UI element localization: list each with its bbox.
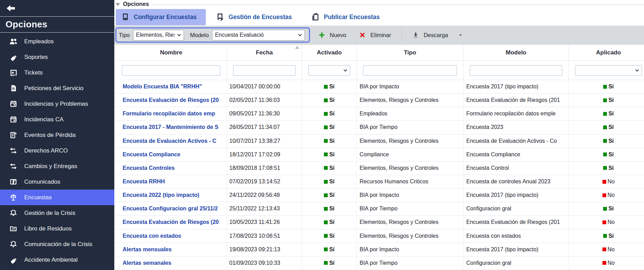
survey-link[interactable]: Encuesta de Evaluación Activos - C (123, 138, 217, 144)
filter-input-fecha[interactable] (233, 65, 295, 76)
table-row[interactable]: Encuesta 2017 - Mantenimiento de S26/05/… (116, 121, 644, 134)
column-header-nombre[interactable]: Nombre (116, 45, 227, 60)
column-header-aplicado[interactable]: Aplicado (569, 45, 644, 60)
table-row[interactable]: Modelo Encuesta BIA "RRHH"10/04/2017 00:… (116, 80, 644, 94)
cell-tipo: Empleados (357, 107, 464, 120)
table-row[interactable]: Alertas mensuales19/08/2023 09:21:13SíBI… (116, 243, 644, 256)
cell-modelo: Encuesta Control (464, 162, 569, 175)
table-row[interactable]: Alertas semanales01/09/2023 09:10:33SíBI… (116, 256, 644, 270)
filter-input-tipo[interactable] (363, 65, 457, 76)
survey-link[interactable]: Encuesta Controles (123, 165, 175, 171)
sidebar-item-eventos-de-p-rdida[interactable]: Eventos de Pérdida (0, 127, 114, 143)
green-square-icon (324, 153, 328, 156)
red-square-icon (602, 220, 606, 224)
filter-input-nombre[interactable] (122, 65, 220, 76)
sidebar-item-label: Peticiones del Servicio (24, 85, 83, 92)
table-row[interactable]: Encuesta de Evaluación Activos - C10/07/… (116, 134, 644, 148)
survey-link[interactable]: Encuesta 2017 - Mantenimiento de S (123, 124, 219, 130)
column-header-fecha[interactable]: Fecha (227, 45, 302, 60)
filter-cell-modelo (464, 61, 569, 80)
sidebar-item-comunicados[interactable]: Comunicados (0, 174, 114, 190)
table-row[interactable]: Encuesta Evaluación de Riesgos (2010/05/… (116, 216, 644, 229)
sidebar-item-label: Comunicación de la Crisis (24, 241, 92, 248)
filter-input-modelo[interactable] (470, 65, 562, 76)
cell-activado: Sí (302, 216, 357, 229)
survey-link[interactable]: Encuesta Evaluación de Riesgos (20 (123, 97, 219, 103)
column-header-tipo[interactable]: Tipo (357, 45, 464, 60)
column-header-modelo[interactable]: Modelo (464, 45, 569, 60)
red-square-icon (602, 180, 606, 184)
survey-link[interactable]: Modelo Encuesta BIA "RRHH" (123, 84, 202, 90)
cell-nombre: Encuesta RRHH (116, 175, 227, 188)
tab-configurar-encuestas[interactable]: Configurar Encuestas (116, 9, 206, 25)
cell-tipo: Elementos, Riesgos y Controles (357, 134, 464, 148)
download-button[interactable]: Descarga (412, 32, 463, 38)
modelo-select[interactable]: Encuesta Evaluació (212, 30, 305, 41)
plus-icon (318, 32, 325, 38)
survey-link[interactable]: Encuesta 2022 (tipo impacto) (123, 192, 199, 198)
cell-nombre: Encuesta Compliance (116, 148, 227, 161)
column-header-activado[interactable]: Activado (302, 45, 357, 60)
sidebar-item-libro-de-residuos[interactable]: Libro de Residuos (0, 221, 114, 236)
table-row[interactable]: Encuesta Controles18/09/2018 17:08:51SíE… (116, 162, 644, 175)
survey-link[interactable]: Encuesta Configuracion gral 25/11/2 (123, 206, 218, 212)
sidebar-item-peticiones-del-servicio[interactable]: Peticiones del Servicio (0, 80, 114, 96)
green-square-icon (603, 98, 607, 102)
tab-label: Configurar Encuestas (134, 14, 197, 21)
table-row[interactable]: Encuesta con estados17/08/2023 10:06:51S… (116, 229, 644, 243)
caret-down-icon[interactable] (458, 33, 463, 37)
table-row[interactable]: Encuesta Configuracion gral 25/11/225/11… (116, 202, 644, 216)
green-square-icon (324, 166, 328, 170)
green-square-icon (603, 207, 607, 211)
filter-select-activado[interactable] (308, 65, 350, 76)
sidebar-item-label: Tickets (24, 69, 43, 76)
sidebar-item-gesti-n-de-la-crisis[interactable]: Gestión de la Crisis (0, 205, 114, 221)
sidebar-item-encuestas[interactable]: Encuestas (0, 190, 114, 205)
clipboard-icon (311, 13, 319, 21)
sidebar-item-cambios-y-entregas[interactable]: Cambios y Entregas (0, 158, 114, 174)
sidebar-collapse-button[interactable] (0, 0, 114, 17)
table-row[interactable]: Encuesta Evaluación de Riesgos (2002/05/… (116, 94, 644, 107)
survey-link[interactable]: Encuesta con estados (123, 233, 181, 239)
table-row[interactable]: Encuesta Compliance18/12/2017 17:02:09Sí… (116, 148, 644, 162)
cell-nombre: Encuesta Evaluación de Riesgos (20 (116, 216, 227, 229)
cell-modelo: Configuracion gral (464, 202, 569, 215)
collapse-triangle-icon[interactable] (116, 3, 120, 6)
filter-cell-nombre (116, 61, 227, 80)
new-button[interactable]: Nuevo (318, 32, 346, 38)
delete-button[interactable]: Eliminar (359, 32, 391, 38)
sidebar-item-comunicaci-n-de-la-crisis[interactable]: Comunicación de la Crisis (0, 236, 114, 252)
sidebar-item-label: Eventos de Pérdida (24, 132, 76, 139)
filter-select-aplicado[interactable] (575, 65, 642, 76)
cell-aplicado: Sí (569, 121, 644, 134)
sidebar-item-tickets[interactable]: Tickets (0, 65, 114, 80)
red-square-icon (602, 247, 606, 251)
cell-activado: Sí (302, 189, 357, 202)
cell-tipo: Elementos, Riesgos y Controles (357, 216, 464, 229)
table-row[interactable]: Formulario recopilación datos emp09/05/2… (116, 107, 644, 121)
cell-aplicado: Sí (569, 94, 644, 107)
survey-link[interactable]: Encuesta RRHH (123, 178, 165, 185)
tipo-select[interactable]: Elementos, Riesgos (133, 30, 184, 41)
survey-link[interactable]: Formulario recopilación datos emp (123, 111, 215, 117)
tab-gesti-n-de-encuestas[interactable]: Gestión de Encuestas (211, 9, 301, 25)
sidebar-item-incidencias-ca[interactable]: Incidencias CA (0, 112, 114, 127)
sidebar-item-derechos-arco[interactable]: Derechos ARCO (0, 143, 114, 158)
cell-nombre: Encuesta Evaluación de Riesgos (20 (116, 94, 227, 107)
table-row[interactable]: Encuesta RRHH07/02/2019 13:14:52SíRecurs… (116, 175, 644, 189)
tab-publicar-encuestas[interactable]: Publicar Encuestas (306, 9, 389, 25)
survey-link[interactable]: Encuesta Evaluación de Riesgos (20 (123, 219, 219, 225)
sidebar-item-incidencias-y-problemas[interactable]: Incidencias y Problemas (0, 96, 114, 112)
toolbar: Tipo Elementos, Riesgos Modelo Encuesta … (114, 26, 644, 44)
sidebar-item-soportes[interactable]: Soportes (0, 49, 114, 65)
cell-tipo: BIA por Tiempo (357, 121, 464, 134)
survey-link[interactable]: Encuesta Compliance (123, 151, 180, 158)
survey-link[interactable]: Alertas semanales (123, 260, 171, 266)
sidebar-item-accidente-ambiental[interactable]: Accidente Ambiental (0, 252, 114, 268)
survey-link[interactable]: Alertas mensuales (123, 246, 171, 253)
download-icon (412, 32, 419, 38)
sidebar-item-empleados[interactable]: Empleados (0, 34, 114, 49)
table-row[interactable]: Encuesta 2022 (tipo impacto)24/11/2022 0… (116, 189, 644, 202)
filter-cell-tipo (357, 61, 464, 80)
cell-tipo: Recursos Humanos Criticos (357, 175, 464, 188)
